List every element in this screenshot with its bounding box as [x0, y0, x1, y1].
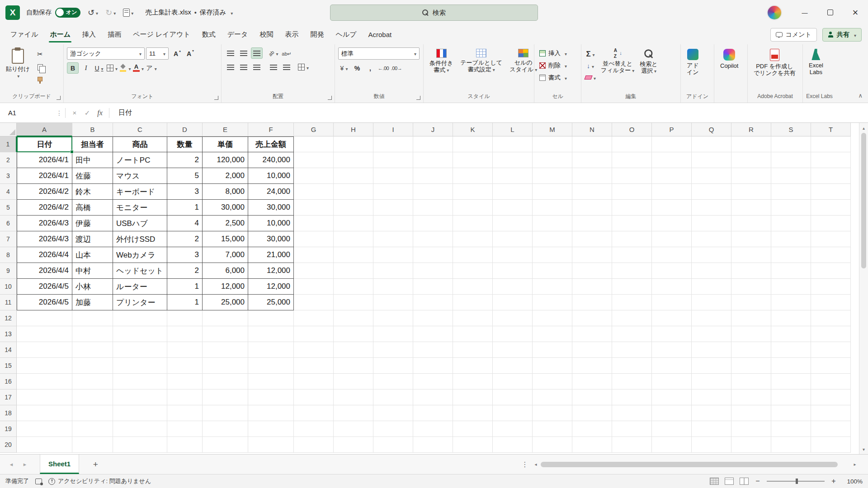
cell-J8[interactable] [413, 247, 453, 263]
cell-Q3[interactable] [692, 168, 731, 184]
cell-L15[interactable] [493, 358, 533, 374]
cell-P17[interactable] [652, 389, 692, 405]
cell-E12[interactable] [203, 310, 248, 326]
column-header-P[interactable]: P [652, 123, 692, 136]
next-sheet-button[interactable]: ▸ [18, 461, 32, 468]
cell-Q14[interactable] [692, 342, 731, 358]
column-header-L[interactable]: L [493, 123, 533, 136]
cell-S11[interactable] [771, 295, 811, 310]
scroll-right-icon[interactable]: ▸ [850, 462, 860, 467]
cell-M18[interactable] [533, 405, 572, 421]
cell-C20[interactable] [113, 437, 167, 453]
normal-view-button[interactable] [710, 478, 719, 485]
cell-E8[interactable]: 7,000 [203, 247, 248, 263]
cell-S8[interactable] [771, 247, 811, 263]
cell-K10[interactable] [453, 279, 493, 295]
cell-Q15[interactable] [692, 358, 731, 374]
cell-I2[interactable] [373, 152, 413, 168]
cell-A14[interactable] [17, 342, 72, 358]
cell-M3[interactable] [533, 168, 572, 184]
cell-P18[interactable] [652, 405, 692, 421]
select-all-button[interactable] [0, 123, 17, 136]
cell-F2[interactable]: 240,000 [248, 152, 294, 168]
column-header-M[interactable]: M [533, 123, 572, 136]
cell-A5[interactable]: 2026/4/2 [17, 200, 72, 216]
format-as-table-button[interactable]: テーブルとして書式設定 [458, 47, 505, 91]
cell-N11[interactable] [572, 295, 612, 310]
cell-D3[interactable]: 5 [167, 168, 203, 184]
cell-M14[interactable] [533, 342, 572, 358]
cell-N8[interactable] [572, 247, 612, 263]
top-align-button[interactable] [225, 47, 236, 59]
column-header-H[interactable]: H [334, 123, 373, 136]
cell-B13[interactable] [72, 326, 113, 342]
autosum-button[interactable]: Σ [585, 48, 596, 60]
column-header-J[interactable]: J [413, 123, 453, 136]
cell-B20[interactable] [72, 437, 113, 453]
cell-K7[interactable] [453, 231, 493, 247]
cell-M20[interactable] [533, 437, 572, 453]
cell-C12[interactable] [113, 310, 167, 326]
cell-J19[interactable] [413, 421, 453, 437]
cell-P6[interactable] [652, 216, 692, 231]
row-header-15[interactable]: 15 [0, 358, 17, 374]
cell-O12[interactable] [612, 310, 652, 326]
cell-C10[interactable]: ルーター [113, 279, 167, 295]
cell-T4[interactable] [811, 184, 851, 200]
phonetic-guide-button[interactable]: ア [146, 62, 157, 74]
cell-P10[interactable] [652, 279, 692, 295]
cell-P15[interactable] [652, 358, 692, 374]
cell-I8[interactable] [373, 247, 413, 263]
tab-draw[interactable]: 描画 [102, 25, 127, 44]
cell-M12[interactable] [533, 310, 572, 326]
delete-cells-button[interactable]: 削除 [538, 60, 579, 71]
cell-N9[interactable] [572, 263, 612, 279]
cell-B19[interactable] [72, 421, 113, 437]
cell-Q19[interactable] [692, 421, 731, 437]
dialog-launcher-icon[interactable] [328, 96, 332, 100]
number-format-select[interactable]: 標準 [338, 47, 420, 60]
orientation-button[interactable] [268, 47, 279, 59]
cell-B16[interactable] [72, 374, 113, 389]
vertical-scrollbar[interactable]: ▴ ▾ [859, 123, 868, 454]
cell-C4[interactable]: キーボード [113, 184, 167, 200]
cell-M1[interactable] [533, 136, 572, 152]
cell-P20[interactable] [652, 437, 692, 453]
cell-G6[interactable] [294, 216, 334, 231]
cell-O7[interactable] [612, 231, 652, 247]
cell-R2[interactable] [731, 152, 771, 168]
format-cells-button[interactable]: 書式 [538, 72, 579, 84]
tab-acrobat[interactable]: Acrobat [363, 25, 398, 44]
row-header-1[interactable]: 1 [0, 136, 17, 152]
cell-C17[interactable] [113, 389, 167, 405]
cell-S17[interactable] [771, 389, 811, 405]
cell-G5[interactable] [294, 200, 334, 216]
cell-K4[interactable] [453, 184, 493, 200]
cell-C11[interactable]: プリンター [113, 295, 167, 310]
tab-file[interactable]: ファイル [5, 25, 44, 44]
cell-S20[interactable] [771, 437, 811, 453]
cell-N3[interactable] [572, 168, 612, 184]
wrap-text-button[interactable] [281, 47, 292, 59]
cell-A1[interactable]: 日付 [17, 136, 72, 152]
cell-R17[interactable] [731, 389, 771, 405]
cell-D7[interactable]: 2 [167, 231, 203, 247]
cell-R8[interactable] [731, 247, 771, 263]
cell-A3[interactable]: 2026/4/1 [17, 168, 72, 184]
cell-E19[interactable] [203, 421, 248, 437]
dialog-launcher-icon[interactable] [214, 96, 218, 100]
tab-page-layout[interactable]: ページ レイアウト [127, 25, 196, 44]
cell-K2[interactable] [453, 152, 493, 168]
cell-Q7[interactable] [692, 231, 731, 247]
scroll-left-icon[interactable]: ◂ [531, 462, 541, 467]
cell-J9[interactable] [413, 263, 453, 279]
cell-N14[interactable] [572, 342, 612, 358]
cell-T15[interactable] [811, 358, 851, 374]
font-name-select[interactable]: 游ゴシック [67, 47, 145, 60]
cell-H7[interactable] [334, 231, 373, 247]
font-color-button[interactable]: A [132, 62, 144, 74]
cell-T7[interactable] [811, 231, 851, 247]
cell-J3[interactable] [413, 168, 453, 184]
row-header-8[interactable]: 8 [0, 247, 17, 263]
cell-I1[interactable] [373, 136, 413, 152]
